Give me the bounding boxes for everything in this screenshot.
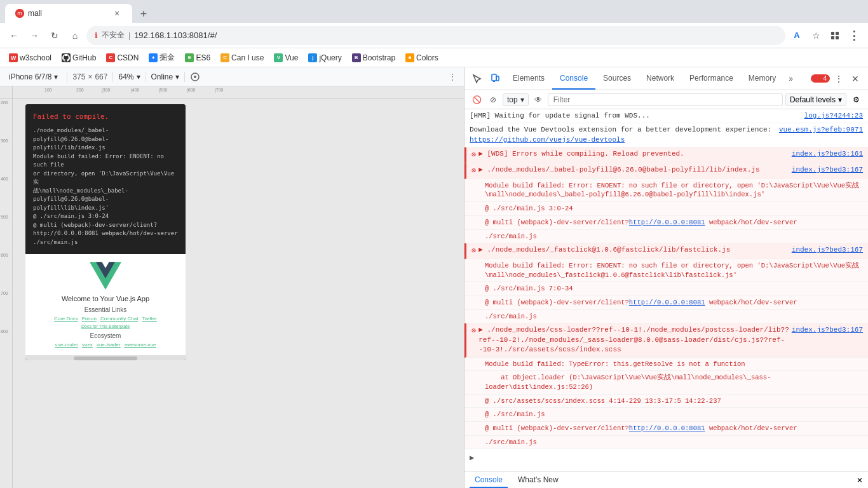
bookmark-juejin[interactable]: ♦ 掘金: [145, 51, 179, 64]
bookmark-button[interactable]: ☆: [807, 27, 825, 44]
bookmark-w3school[interactable]: W w3school: [5, 52, 55, 64]
css-error-detail-2: at Object.loader (D:\JavaScript\Vue\Vue实…: [465, 371, 868, 394]
dimension-x: ×: [88, 72, 92, 81]
link-twitter[interactable]: Twitter: [142, 316, 157, 322]
url-text[interactable]: 192.168.1.103:8081/#/: [134, 30, 777, 40]
link-awesome-vue[interactable]: awesome-vue: [125, 342, 156, 348]
ruler-h-300: |300: [102, 88, 111, 92]
link-vuex[interactable]: vuex: [82, 342, 93, 348]
reload-button[interactable]: ↻: [46, 27, 64, 44]
vue-devtools-file[interactable]: vue.esm.js?efeb:9071: [779, 125, 863, 135]
context-selector[interactable]: top ▾: [503, 93, 529, 106]
console-filter-input[interactable]: [548, 93, 783, 106]
touch-icon[interactable]: [190, 72, 200, 82]
devtools-close-bottom-button[interactable]: ✕: [857, 476, 863, 485]
vue-logo: [90, 262, 121, 290]
address-bar[interactable]: ℹ 不安全 | 192.168.1.103:8081/#/: [86, 26, 785, 45]
dock-options-button[interactable]: ⋮: [831, 71, 846, 86]
tab-close-button[interactable]: ×: [112, 8, 122, 18]
fastclick-detail-text-4: ./src/main.js: [485, 312, 537, 322]
fastclick-error-detail-3: @ multi (webpack)-dev-server/client?http…: [465, 296, 868, 310]
bottom-tab-whats-new[interactable]: What's New: [513, 473, 564, 488]
security-icon: ℹ: [95, 31, 98, 40]
link-boilerplate-docs[interactable]: Docs for This Boilerplate: [31, 324, 180, 329]
svg-rect-3: [836, 32, 839, 35]
forward-button[interactable]: →: [25, 27, 43, 44]
bookmark-favicon-bootstrap: B: [352, 53, 361, 62]
network-selector[interactable]: Online ▾: [151, 72, 180, 81]
more-tabs-button[interactable]: »: [783, 67, 798, 90]
translate-button[interactable]: A: [788, 27, 806, 44]
tab-performance[interactable]: Performance: [682, 67, 741, 90]
log-level-selector[interactable]: Default levels ▾: [785, 93, 846, 106]
phone-container: Failed to compile. ./node_modules/_babel…: [13, 99, 464, 365]
console-output[interactable]: [HMR] Waiting for update signal from WDS…: [465, 109, 868, 471]
fastclick-error-text: ▶ ./node_modules/_fastclick@1.0.6@fastcl…: [478, 245, 789, 255]
tab-elements[interactable]: Elements: [505, 67, 552, 90]
error-line-2: Module build failed: Error: ENOENT: no s…: [33, 152, 178, 170]
device-toggle-button[interactable]: [487, 71, 503, 86]
tab-bar: m mall × +: [0, 0, 868, 23]
fastclick-detail-text-3: @ multi (webpack)-dev-server/client?http…: [485, 298, 797, 308]
bookmark-bootstrap[interactable]: B Bootstrap: [348, 52, 399, 64]
console-gear-button[interactable]: ⚙: [849, 93, 863, 107]
babel-detail-link[interactable]: http://0.0.0.0:8081: [629, 219, 705, 226]
back-button[interactable]: ←: [5, 27, 23, 44]
bookmark-label-csdn: CSDN: [117, 53, 139, 62]
bookmark-github[interactable]: GitHub: [58, 52, 100, 64]
viewport-options-button[interactable]: ⋮: [446, 71, 459, 83]
devtools-settings-button[interactable]: ✕: [848, 71, 863, 86]
home-button[interactable]: ⌂: [66, 27, 84, 44]
console-prompt[interactable]: ▶: [465, 449, 868, 468]
extension-button[interactable]: [826, 27, 844, 44]
link-community-chat[interactable]: Community Chat: [100, 316, 139, 322]
error-line-8: http://0.0.0.0:8081 webpack/hot/dev-serv…: [33, 229, 178, 238]
wds-error-file[interactable]: index.js?bed3:161: [792, 149, 863, 159]
babel-error-file[interactable]: index.js?bed3:167: [792, 165, 863, 175]
tab-network[interactable]: Network: [639, 67, 682, 90]
vue-devtools-link[interactable]: https://github.com/vuejs/vue-devtools: [470, 136, 625, 144]
eye-button[interactable]: 👁: [531, 93, 545, 107]
bottom-tab-console[interactable]: Console: [470, 473, 508, 488]
error-count: 4: [823, 75, 827, 82]
bookmark-csdn[interactable]: C CSDN: [102, 52, 142, 64]
level-value: Default levels: [790, 95, 836, 104]
device-name: iPhone 6/7/8: [9, 72, 51, 81]
tab-sources[interactable]: Sources: [595, 67, 639, 90]
devtools-panel: Elements Console Sources Network Perform…: [464, 67, 868, 488]
width-value[interactable]: 375: [72, 72, 85, 81]
tab-memory[interactable]: Memory: [741, 67, 783, 90]
network-value: Online: [151, 72, 173, 81]
babel-detail-text-3: @ multi (webpack)-dev-server/client?http…: [485, 218, 797, 227]
active-tab[interactable]: m mall ×: [5, 4, 132, 23]
hmr-text: [HMR] Waiting for update signal from WDS…: [470, 111, 802, 121]
error-line-9: ./src/main.js: [33, 238, 178, 247]
css-error-file[interactable]: index.js?bed3:167: [792, 325, 863, 335]
tab-console[interactable]: Console: [552, 67, 595, 90]
hmr-file[interactable]: log.js?4244:23: [804, 111, 863, 121]
menu-button[interactable]: ⋮: [845, 27, 863, 44]
fastclick-error-file[interactable]: index.js?bed3:167: [792, 245, 863, 255]
inspect-element-button[interactable]: [470, 71, 485, 86]
console-settings-button[interactable]: ⊘: [486, 93, 500, 107]
bookmark-jquery[interactable]: j jQuery: [304, 52, 345, 64]
link-vue-router[interactable]: vue-router: [55, 342, 78, 348]
bookmark-vue[interactable]: V Vue: [270, 52, 302, 64]
link-vue-loader[interactable]: vue-loader: [97, 342, 121, 348]
new-tab-button[interactable]: +: [135, 5, 153, 23]
bookmark-es6[interactable]: E ES6: [181, 52, 214, 64]
height-value[interactable]: 667: [95, 72, 107, 81]
phone-scrollbar[interactable]: [25, 355, 186, 360]
clear-console-button[interactable]: 🚫: [470, 93, 484, 107]
bookmark-colors[interactable]: ■ Colors: [402, 52, 442, 64]
css-detail-link[interactable]: http://0.0.0.0:8081: [629, 424, 705, 432]
bookmark-caniuse[interactable]: C Can I use: [217, 52, 268, 64]
link-forum[interactable]: Forum: [82, 316, 97, 322]
viewport-scroll-area[interactable]: 100 200 |300 |400 |500 |600 |700: [13, 86, 464, 488]
phone-scrollbar-thumb[interactable]: [74, 356, 138, 360]
device-selector[interactable]: iPhone 6/7/8 ▾: [5, 71, 62, 83]
link-core-docs[interactable]: Core Docs: [54, 316, 78, 322]
zoom-selector[interactable]: 64% ▾: [118, 72, 140, 81]
fastclick-detail-link[interactable]: http://0.0.0.0:8081: [629, 299, 705, 306]
devtools-icons: [470, 71, 503, 86]
